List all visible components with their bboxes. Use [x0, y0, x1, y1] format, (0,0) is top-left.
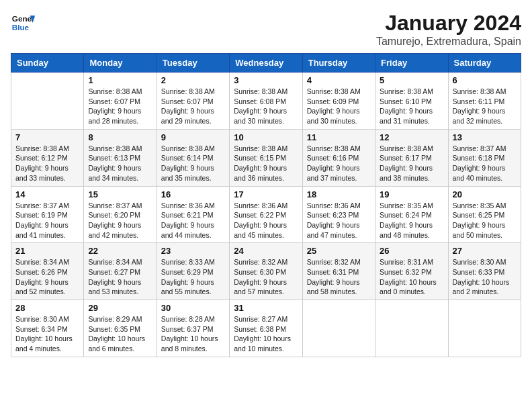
day-number: 5 [380, 75, 443, 85]
header-friday: Friday [375, 54, 448, 73]
day-info: Sunrise: 8:30 AM Sunset: 6:33 PM Dayligh… [453, 257, 517, 297]
day-info: Sunrise: 8:38 AM Sunset: 6:16 PM Dayligh… [307, 144, 371, 183]
day-number: 26 [380, 246, 443, 256]
day-number: 28 [15, 303, 79, 313]
calendar-cell: 14Sunrise: 8:37 AM Sunset: 6:19 PM Dayli… [11, 186, 84, 243]
day-number: 7 [15, 132, 79, 142]
day-info: Sunrise: 8:32 AM Sunset: 6:31 PM Dayligh… [307, 257, 371, 297]
header-sunday: Sunday [11, 54, 84, 73]
day-info: Sunrise: 8:37 AM Sunset: 6:20 PM Dayligh… [88, 201, 152, 240]
calendar-cell: 12Sunrise: 8:38 AM Sunset: 6:17 PM Dayli… [375, 129, 448, 186]
day-number: 19 [380, 189, 443, 199]
calendar-cell: 20Sunrise: 8:35 AM Sunset: 6:25 PM Dayli… [448, 186, 521, 243]
day-info: Sunrise: 8:32 AM Sunset: 6:30 PM Dayligh… [234, 257, 298, 297]
calendar-cell: 25Sunrise: 8:32 AM Sunset: 6:31 PM Dayli… [302, 243, 375, 300]
calendar-week-3: 14Sunrise: 8:37 AM Sunset: 6:19 PM Dayli… [11, 186, 521, 243]
day-number: 12 [380, 132, 443, 142]
calendar-cell: 31Sunrise: 8:27 AM Sunset: 6:38 PM Dayli… [230, 300, 302, 357]
day-number: 11 [307, 132, 371, 142]
day-info: Sunrise: 8:36 AM Sunset: 6:22 PM Dayligh… [234, 201, 298, 240]
header-tuesday: Tuesday [157, 54, 229, 73]
day-info: Sunrise: 8:30 AM Sunset: 6:34 PM Dayligh… [15, 314, 79, 354]
day-number: 16 [161, 189, 225, 199]
calendar-cell: 4Sunrise: 8:38 AM Sunset: 6:09 PM Daylig… [302, 73, 375, 130]
calendar-cell: 1Sunrise: 8:38 AM Sunset: 6:07 PM Daylig… [84, 73, 157, 130]
logo: General Blue [11, 11, 35, 35]
calendar-cell: 30Sunrise: 8:28 AM Sunset: 6:37 PM Dayli… [157, 300, 229, 357]
day-info: Sunrise: 8:37 AM Sunset: 6:18 PM Dayligh… [453, 144, 517, 183]
calendar-cell: 3Sunrise: 8:38 AM Sunset: 6:08 PM Daylig… [230, 73, 302, 130]
calendar-cell [375, 300, 448, 357]
day-info: Sunrise: 8:37 AM Sunset: 6:19 PM Dayligh… [15, 201, 79, 240]
day-info: Sunrise: 8:34 AM Sunset: 6:26 PM Dayligh… [15, 257, 79, 297]
day-info: Sunrise: 8:29 AM Sunset: 6:35 PM Dayligh… [88, 314, 152, 354]
calendar-cell [11, 73, 84, 130]
title-area: January 2024 Tamurejo, Extremadura, Spai… [376, 11, 521, 48]
calendar-cell: 29Sunrise: 8:29 AM Sunset: 6:35 PM Dayli… [84, 300, 157, 357]
day-info: Sunrise: 8:38 AM Sunset: 6:07 PM Dayligh… [88, 87, 152, 126]
day-info: Sunrise: 8:38 AM Sunset: 6:10 PM Dayligh… [380, 87, 443, 126]
calendar-title: January 2024 [376, 11, 521, 36]
day-info: Sunrise: 8:28 AM Sunset: 6:37 PM Dayligh… [161, 314, 225, 354]
calendar-table: Sunday Monday Tuesday Wednesday Thursday… [11, 53, 521, 357]
day-number: 24 [234, 246, 298, 256]
day-info: Sunrise: 8:27 AM Sunset: 6:38 PM Dayligh… [234, 314, 298, 354]
calendar-cell: 28Sunrise: 8:30 AM Sunset: 6:34 PM Dayli… [11, 300, 84, 357]
day-info: Sunrise: 8:38 AM Sunset: 6:09 PM Dayligh… [307, 87, 371, 126]
day-number: 15 [88, 189, 152, 199]
day-number: 21 [15, 246, 79, 256]
calendar-cell: 22Sunrise: 8:34 AM Sunset: 6:27 PM Dayli… [84, 243, 157, 300]
svg-text:Blue: Blue [12, 23, 30, 32]
day-number: 6 [453, 75, 517, 85]
day-number: 18 [307, 189, 371, 199]
header-saturday: Saturday [448, 54, 521, 73]
calendar-week-2: 7Sunrise: 8:38 AM Sunset: 6:12 PM Daylig… [11, 129, 521, 186]
day-number: 23 [161, 246, 225, 256]
calendar-cell [448, 300, 521, 357]
calendar-header-row: Sunday Monday Tuesday Wednesday Thursday… [11, 54, 521, 73]
day-info: Sunrise: 8:38 AM Sunset: 6:15 PM Dayligh… [234, 144, 298, 183]
day-info: Sunrise: 8:36 AM Sunset: 6:23 PM Dayligh… [307, 201, 371, 240]
day-number: 22 [88, 246, 152, 256]
day-number: 1 [88, 75, 152, 85]
day-number: 8 [88, 132, 152, 142]
calendar-cell: 13Sunrise: 8:37 AM Sunset: 6:18 PM Dayli… [448, 129, 521, 186]
day-info: Sunrise: 8:38 AM Sunset: 6:07 PM Dayligh… [161, 87, 225, 126]
day-number: 30 [161, 303, 225, 313]
day-info: Sunrise: 8:35 AM Sunset: 6:24 PM Dayligh… [380, 201, 443, 240]
day-number: 25 [307, 246, 371, 256]
header-wednesday: Wednesday [230, 54, 302, 73]
calendar-cell: 6Sunrise: 8:38 AM Sunset: 6:11 PM Daylig… [448, 73, 521, 130]
calendar-cell: 27Sunrise: 8:30 AM Sunset: 6:33 PM Dayli… [448, 243, 521, 300]
day-info: Sunrise: 8:36 AM Sunset: 6:21 PM Dayligh… [161, 201, 225, 240]
day-info: Sunrise: 8:38 AM Sunset: 6:14 PM Dayligh… [161, 144, 225, 183]
day-info: Sunrise: 8:34 AM Sunset: 6:27 PM Dayligh… [88, 257, 152, 297]
day-number: 20 [453, 189, 517, 199]
calendar-cell: 11Sunrise: 8:38 AM Sunset: 6:16 PM Dayli… [302, 129, 375, 186]
day-info: Sunrise: 8:38 AM Sunset: 6:13 PM Dayligh… [88, 144, 152, 183]
day-number: 31 [234, 303, 298, 313]
day-number: 10 [234, 132, 298, 142]
calendar-cell [302, 300, 375, 357]
calendar-cell: 2Sunrise: 8:38 AM Sunset: 6:07 PM Daylig… [157, 73, 229, 130]
calendar-cell: 19Sunrise: 8:35 AM Sunset: 6:24 PM Dayli… [375, 186, 448, 243]
calendar-week-4: 21Sunrise: 8:34 AM Sunset: 6:26 PM Dayli… [11, 243, 521, 300]
calendar-cell: 26Sunrise: 8:31 AM Sunset: 6:32 PM Dayli… [375, 243, 448, 300]
calendar-cell: 24Sunrise: 8:32 AM Sunset: 6:30 PM Dayli… [230, 243, 302, 300]
day-number: 17 [234, 189, 298, 199]
calendar-cell: 10Sunrise: 8:38 AM Sunset: 6:15 PM Dayli… [230, 129, 302, 186]
day-info: Sunrise: 8:35 AM Sunset: 6:25 PM Dayligh… [453, 201, 517, 240]
calendar-cell: 7Sunrise: 8:38 AM Sunset: 6:12 PM Daylig… [11, 129, 84, 186]
day-number: 14 [15, 189, 79, 199]
calendar-cell: 9Sunrise: 8:38 AM Sunset: 6:14 PM Daylig… [157, 129, 229, 186]
page-header: General Blue January 2024 Tamurejo, Extr… [11, 11, 521, 48]
calendar-cell: 8Sunrise: 8:38 AM Sunset: 6:13 PM Daylig… [84, 129, 157, 186]
day-number: 29 [88, 303, 152, 313]
calendar-subtitle: Tamurejo, Extremadura, Spain [376, 36, 521, 48]
day-info: Sunrise: 8:38 AM Sunset: 6:08 PM Dayligh… [234, 87, 298, 126]
calendar-cell: 15Sunrise: 8:37 AM Sunset: 6:20 PM Dayli… [84, 186, 157, 243]
day-number: 2 [161, 75, 225, 85]
day-number: 4 [307, 75, 371, 85]
day-info: Sunrise: 8:38 AM Sunset: 6:11 PM Dayligh… [453, 87, 517, 126]
calendar-week-5: 28Sunrise: 8:30 AM Sunset: 6:34 PM Dayli… [11, 300, 521, 357]
